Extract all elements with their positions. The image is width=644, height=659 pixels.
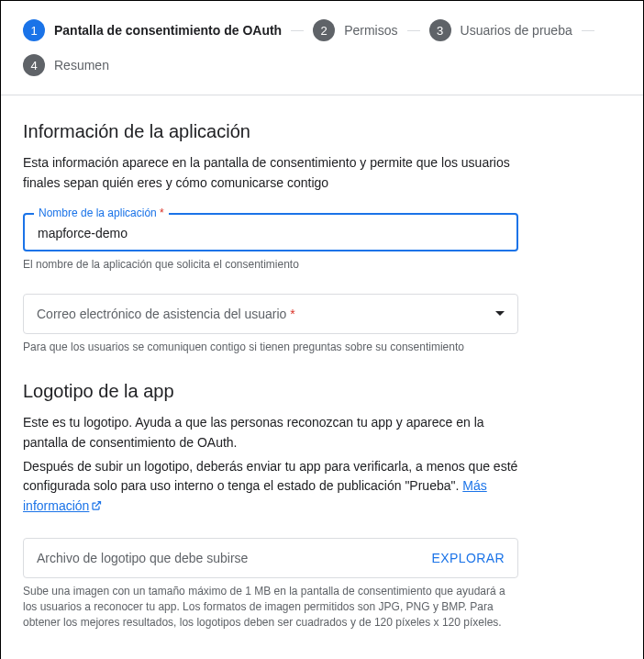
app-name-field-wrap: Nombre de la aplicación * El nombre de l… xyxy=(23,213,518,273)
step-summary[interactable]: 4 Resumen xyxy=(23,54,109,76)
step-connector xyxy=(582,30,594,31)
step-number-4: 4 xyxy=(23,54,45,76)
step-label-1: Pantalla de consentimiento de OAuth xyxy=(54,23,282,38)
app-info-title: Información de la aplicación xyxy=(23,121,621,142)
support-email-placeholder: Correo electrónico de asistencia del usu… xyxy=(37,307,295,321)
logo-upload-field[interactable]: Archivo de logotipo que debe subirse EXP… xyxy=(23,538,518,578)
step-permissions[interactable]: 2 Permisos xyxy=(313,19,397,41)
logo-upload-helper: Sube una imagen con un tamaño máximo de … xyxy=(23,584,518,631)
stepper: 1 Pantalla de consentimiento de OAuth 2 … xyxy=(1,1,643,95)
logo-section: Logotipo de la app Este es tu logotipo. … xyxy=(23,381,621,631)
support-email-field-wrap: Correo electrónico de asistencia del usu… xyxy=(23,294,518,355)
step-label-4: Resumen xyxy=(54,58,109,73)
app-name-label: Nombre de la aplicación * xyxy=(34,207,169,219)
app-info-desc: Esta información aparece en la pantalla … xyxy=(23,153,518,193)
step-test-users[interactable]: 3 Usuarios de prueba xyxy=(429,19,572,41)
step-number-1: 1 xyxy=(23,19,45,41)
main-content: Información de la aplicación Esta inform… xyxy=(1,95,643,659)
logo-upload-placeholder: Archivo de logotipo que debe subirse xyxy=(37,551,248,565)
browse-button[interactable]: EXPLORAR xyxy=(432,551,505,565)
app-name-input[interactable] xyxy=(38,226,504,240)
chevron-down-icon xyxy=(495,311,505,316)
external-link-icon xyxy=(91,497,102,518)
logo-desc-2: Después de subir un logotipo, deberás en… xyxy=(23,457,518,518)
step-label-2: Permisos xyxy=(344,23,397,38)
logo-title: Logotipo de la app xyxy=(23,381,621,402)
app-name-field[interactable]: Nombre de la aplicación * xyxy=(23,213,518,251)
support-email-select[interactable]: Correo electrónico de asistencia del usu… xyxy=(23,294,518,334)
step-label-3: Usuarios de prueba xyxy=(461,23,572,38)
step-number-2: 2 xyxy=(313,19,335,41)
step-number-3: 3 xyxy=(429,19,451,41)
app-name-helper: El nombre de la aplicación que solicita … xyxy=(23,257,518,273)
step-connector xyxy=(407,30,420,31)
logo-desc-1: Este es tu logotipo. Ayuda a que las per… xyxy=(23,413,518,452)
step-oauth-consent[interactable]: 1 Pantalla de consentimiento de OAuth xyxy=(23,19,282,41)
step-connector xyxy=(291,30,304,31)
app-info-section: Información de la aplicación Esta inform… xyxy=(23,121,621,355)
support-email-helper: Para que los usuarios se comuniquen cont… xyxy=(23,340,518,355)
logo-upload-wrap: Archivo de logotipo que debe subirse EXP… xyxy=(23,538,518,631)
